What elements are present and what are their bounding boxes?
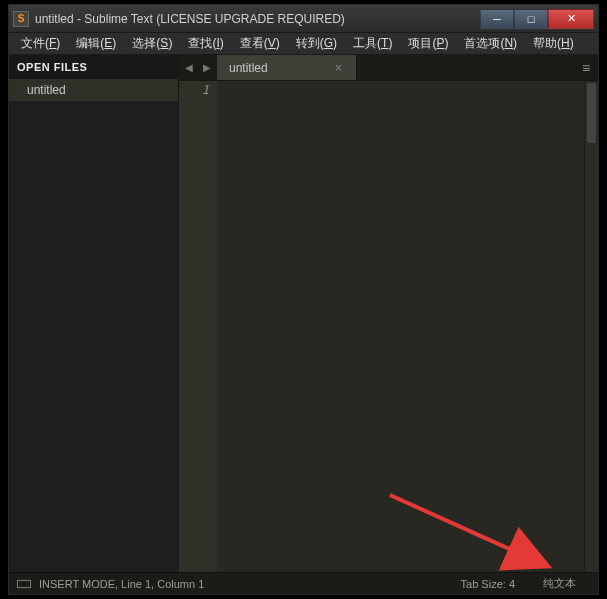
menu-item[interactable]: 工具(T) — [345, 33, 400, 54]
window-title: untitled - Sublime Text (LICENSE UPGRADE… — [35, 12, 480, 26]
maximize-button[interactable]: □ — [514, 9, 548, 29]
line-number: 1 — [179, 83, 209, 97]
status-tab-size[interactable]: Tab Size: 4 — [447, 578, 529, 590]
code-area[interactable] — [217, 81, 584, 572]
tab-nav: ◀ ▶ — [179, 55, 217, 80]
tab-label: untitled — [229, 61, 268, 75]
tab-close-icon[interactable]: × — [333, 61, 344, 75]
window-controls: ─ □ ✕ — [480, 9, 594, 29]
menubar: 文件(F)编辑(E)选择(S)查找(I)查看(V)转到(G)工具(T)项目(P)… — [9, 33, 598, 55]
menu-item[interactable]: 帮助(H) — [525, 33, 582, 54]
titlebar[interactable]: S untitled - Sublime Text (LICENSE UPGRA… — [9, 5, 598, 33]
app-window: S untitled - Sublime Text (LICENSE UPGRA… — [8, 4, 599, 595]
statusbar: INSERT MODE, Line 1, Column 1 Tab Size: … — [9, 572, 598, 594]
menu-item[interactable]: 文件(F) — [13, 33, 68, 54]
tab-next-icon[interactable]: ▶ — [203, 62, 211, 73]
menu-item[interactable]: 转到(G) — [288, 33, 345, 54]
sidebar-header: OPEN FILES — [9, 55, 178, 79]
menu-item[interactable]: 首选项(N) — [456, 33, 525, 54]
menu-item[interactable]: 项目(P) — [400, 33, 456, 54]
gutter: 1 — [179, 81, 217, 572]
status-mode[interactable]: INSERT MODE, Line 1, Column 1 — [39, 578, 204, 590]
menu-item[interactable]: 查看(V) — [232, 33, 288, 54]
body: OPEN FILES untitled ◀ ▶ untitled× ≡ 1 — [9, 55, 598, 572]
editor-area: ◀ ▶ untitled× ≡ 1 — [179, 55, 598, 572]
app-icon: S — [13, 11, 29, 27]
menu-item[interactable]: 编辑(E) — [68, 33, 124, 54]
tab[interactable]: untitled× — [217, 55, 357, 80]
scrollbar-thumb[interactable] — [587, 83, 596, 143]
status-panel-icon[interactable] — [17, 580, 31, 588]
status-left: INSERT MODE, Line 1, Column 1 — [17, 578, 204, 590]
tabbar-menu-icon[interactable]: ≡ — [574, 55, 598, 80]
close-button[interactable]: ✕ — [548, 9, 594, 29]
menu-item[interactable]: 选择(S) — [124, 33, 180, 54]
sidebar: OPEN FILES untitled — [9, 55, 179, 572]
menu-item[interactable]: 查找(I) — [180, 33, 231, 54]
sidebar-item[interactable]: untitled — [9, 79, 178, 101]
editor: 1 — [179, 81, 598, 572]
status-syntax[interactable]: 纯文本 — [529, 576, 590, 591]
vertical-scrollbar[interactable] — [584, 81, 598, 572]
minimize-button[interactable]: ─ — [480, 9, 514, 29]
tab-prev-icon[interactable]: ◀ — [185, 62, 193, 73]
tabbar: ◀ ▶ untitled× ≡ — [179, 55, 598, 81]
